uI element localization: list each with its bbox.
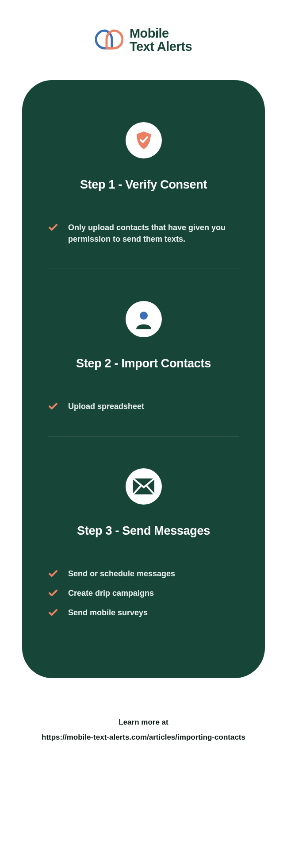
list-item: Send or schedule messages <box>48 568 239 579</box>
svg-point-0 <box>140 312 148 320</box>
bullet-text: Upload spreadsheet <box>68 401 144 412</box>
logo: Mobile Text Alerts <box>95 27 192 54</box>
steps-card: Step 1 - Verify Consent Only upload cont… <box>22 80 265 679</box>
step-3: Step 3 - Send Messages Send or schedule … <box>43 468 244 618</box>
step-title: Step 2 - Import Contacts <box>76 357 211 370</box>
step-title: Step 1 - Verify Consent <box>80 178 207 192</box>
divider <box>48 269 239 269</box>
footer: Learn more at https://mobile-text-alerts… <box>42 718 245 742</box>
bullet-text: Only upload contacts that have given you… <box>68 222 239 245</box>
logo-line1: Mobile <box>130 27 192 40</box>
step-title: Step 3 - Send Messages <box>77 524 210 538</box>
list-item: Upload spreadsheet <box>48 401 239 412</box>
check-icon <box>48 222 58 233</box>
logo-icon <box>95 29 123 51</box>
bullets: Upload spreadsheet <box>43 401 244 412</box>
bullet-text: Send or schedule messages <box>68 568 175 579</box>
step-1: Step 1 - Verify Consent Only upload cont… <box>43 122 244 245</box>
check-icon <box>48 588 58 598</box>
logo-text: Mobile Text Alerts <box>130 27 192 54</box>
check-icon <box>48 568 58 579</box>
bullets: Send or schedule messages Create drip ca… <box>43 568 244 618</box>
list-item: Create drip campaigns <box>48 587 239 599</box>
envelope-icon <box>126 468 162 505</box>
check-icon <box>48 401 58 412</box>
shield-check-icon <box>126 122 162 158</box>
check-icon <box>48 607 58 618</box>
bullet-text: Create drip campaigns <box>68 587 154 599</box>
footer-learn-more: Learn more at <box>42 718 245 727</box>
step-2: Step 2 - Import Contacts Upload spreadsh… <box>43 301 244 412</box>
list-item: Only upload contacts that have given you… <box>48 222 239 245</box>
divider <box>48 436 239 436</box>
person-icon <box>126 301 162 337</box>
bullet-text: Send mobile surveys <box>68 607 148 618</box>
bullets: Only upload contacts that have given you… <box>43 222 244 245</box>
list-item: Send mobile surveys <box>48 607 239 618</box>
footer-url: https://mobile-text-alerts.com/articles/… <box>42 733 245 742</box>
logo-line2: Text Alerts <box>130 40 192 53</box>
